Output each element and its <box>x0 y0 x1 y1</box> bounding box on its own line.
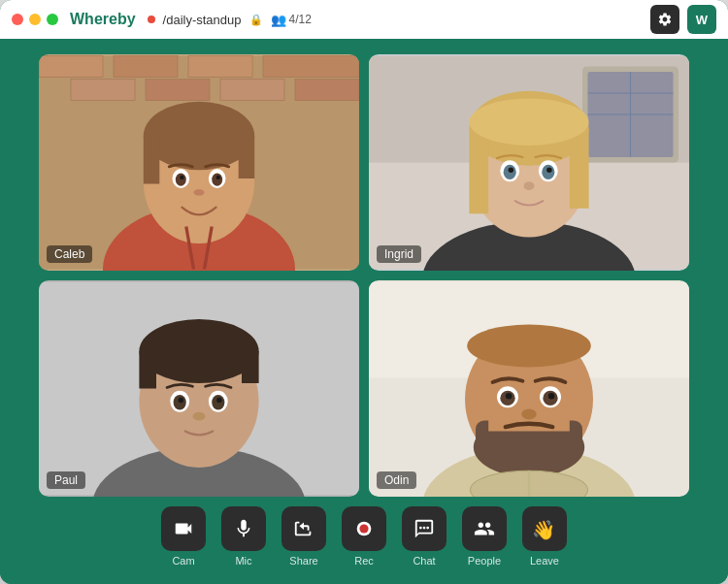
chat-button[interactable]: Chat <box>397 506 451 567</box>
people-label: People <box>468 555 501 567</box>
svg-point-35 <box>469 99 588 146</box>
svg-rect-5 <box>71 80 135 101</box>
brand-logo: Whereby <box>70 11 136 28</box>
ingrid-name-label: Ingrid <box>377 245 421 263</box>
video-grid: Caleb <box>39 54 689 497</box>
cam-icon <box>161 506 206 551</box>
video-tile-paul: Paul <box>39 280 359 497</box>
participant-count-label: 4/12 <box>289 13 312 26</box>
toolbar: Cam Mic Share <box>156 497 572 572</box>
svg-point-18 <box>212 174 222 186</box>
caleb-name-label: Caleb <box>47 245 92 263</box>
people-icon <box>462 506 507 551</box>
svg-rect-34 <box>570 128 589 209</box>
svg-point-47 <box>139 319 258 383</box>
gear-icon <box>657 12 673 27</box>
svg-rect-8 <box>295 80 359 101</box>
main-content: Caleb <box>0 39 728 584</box>
svg-rect-49 <box>242 351 259 383</box>
odin-name-label: Odin <box>377 471 416 489</box>
titlebar-right: W <box>650 5 716 34</box>
svg-rect-14 <box>239 136 255 178</box>
svg-point-62 <box>467 325 591 368</box>
rec-label: Rec <box>354 555 374 567</box>
mic-icon <box>221 506 266 551</box>
odin-video-feed <box>369 280 689 497</box>
mic-button[interactable]: Mic <box>216 506 271 567</box>
svg-point-77 <box>419 527 422 530</box>
room-status-dot <box>148 16 155 23</box>
video-tile-odin: Odin <box>369 280 689 497</box>
leave-label: Leave <box>530 555 559 567</box>
svg-point-54 <box>179 398 184 404</box>
svg-point-41 <box>546 167 552 173</box>
share-button[interactable]: Share <box>277 506 331 567</box>
svg-point-76 <box>359 524 368 533</box>
paul-video-feed <box>39 280 359 497</box>
chat-icon <box>402 506 447 551</box>
traffic-lights <box>12 14 58 25</box>
svg-point-70 <box>506 393 513 400</box>
svg-point-78 <box>423 527 426 530</box>
share-icon <box>281 506 326 551</box>
room-name[interactable]: /daily-standup <box>163 13 242 27</box>
mic-label: Mic <box>235 555 251 567</box>
svg-rect-33 <box>469 128 488 213</box>
svg-point-55 <box>216 398 222 404</box>
svg-point-17 <box>176 174 186 186</box>
svg-rect-3 <box>188 56 252 78</box>
settings-button[interactable] <box>650 5 679 34</box>
svg-point-12 <box>144 102 254 170</box>
minimize-button[interactable] <box>29 14 41 25</box>
caleb-video-feed <box>39 54 359 271</box>
close-button[interactable] <box>12 14 23 25</box>
svg-point-19 <box>180 176 183 179</box>
svg-point-21 <box>194 189 205 196</box>
participant-count: 👥 4/12 <box>271 13 312 27</box>
svg-text:👋: 👋 <box>532 518 556 541</box>
ingrid-video-feed <box>369 54 689 271</box>
svg-rect-1 <box>39 56 103 78</box>
svg-point-71 <box>548 393 555 400</box>
share-label: Share <box>289 555 317 567</box>
rec-icon <box>342 506 386 551</box>
people-icon: 👥 <box>271 13 286 27</box>
svg-rect-6 <box>146 80 210 101</box>
rec-button[interactable]: Rec <box>337 506 391 567</box>
svg-rect-48 <box>139 351 156 389</box>
titlebar: Whereby /daily-standup 🔒 👥 4/12 W <box>0 0 728 39</box>
video-tile-caleb: Caleb <box>39 54 359 271</box>
maximize-button[interactable] <box>47 14 58 25</box>
svg-point-20 <box>216 176 220 179</box>
cam-button[interactable]: Cam <box>156 506 211 567</box>
svg-rect-4 <box>263 56 359 78</box>
app-window: Whereby /daily-standup 🔒 👥 4/12 W <box>0 0 728 584</box>
leave-button[interactable]: 👋 Leave <box>517 506 572 567</box>
leave-icon: 👋 <box>522 506 567 551</box>
people-button[interactable]: People <box>457 506 512 567</box>
chat-label: Chat <box>413 555 435 567</box>
svg-point-56 <box>192 412 205 421</box>
svg-rect-13 <box>144 136 160 184</box>
cam-label: Cam <box>172 555 194 567</box>
paul-name-label: Paul <box>47 471 85 489</box>
svg-point-72 <box>521 408 536 419</box>
svg-rect-7 <box>220 80 284 101</box>
lock-icon: 🔒 <box>249 14 263 26</box>
user-avatar-button[interactable]: W <box>687 5 716 34</box>
video-tile-ingrid: Ingrid <box>369 54 689 271</box>
svg-point-42 <box>524 181 535 190</box>
svg-point-40 <box>509 167 514 173</box>
svg-point-79 <box>426 527 429 530</box>
svg-rect-2 <box>114 56 178 78</box>
